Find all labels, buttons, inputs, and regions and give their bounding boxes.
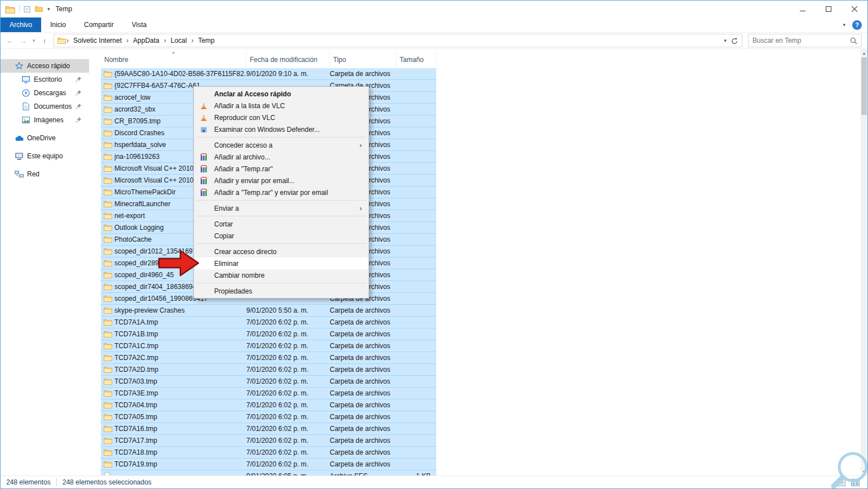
column-header-tipo[interactable]: Tipo <box>330 49 396 68</box>
folder-icon <box>101 189 114 195</box>
scroll-up-button[interactable]: ▲ <box>861 49 867 57</box>
vertical-scrollbar[interactable]: ▲ ▼ <box>861 49 867 475</box>
breadcrumb-item-solvetic-internet[interactable]: Solvetic Internet <box>69 37 126 45</box>
file-row[interactable]: {59AA5C80-1A10-4D02-B586-37F6115F82...9/… <box>101 68 436 80</box>
qat-new-folder-icon[interactable] <box>35 6 43 12</box>
sidebar-item-escritorio[interactable]: Escritorio <box>1 73 89 86</box>
file-row[interactable]: TCD7A17.tmp7/01/2020 6:02 p. m.Carpeta d… <box>101 435 436 447</box>
menu-item-anclar-al-acceso-rapido[interactable]: Anclar al Acceso rápido <box>195 88 367 100</box>
window-controls <box>790 1 867 17</box>
quick-access-toolbar: ▾ <box>24 6 50 13</box>
ribbon-tab-vista[interactable]: Vista <box>123 17 156 32</box>
file-row[interactable]: TCD7A03.tmp7/01/2020 6:02 p. m.Carpeta d… <box>101 376 436 388</box>
titlebar-divider <box>19 5 20 13</box>
sidebar-item-imagenes[interactable]: Imágenes <box>1 113 89 127</box>
file-row[interactable]: TCD7A16.tmp7/01/2020 6:02 p. m.Carpeta d… <box>101 423 436 435</box>
file-row[interactable]: TCD7A2C.tmp7/01/2020 6:02 p. m.Carpeta d… <box>101 352 436 364</box>
explorer-folder-icon <box>5 5 15 14</box>
sidebar-item-este-equipo[interactable]: Este equipo <box>1 149 89 163</box>
menu-item-anadir-y-enviar-por-email[interactable]: Añadir y enviar por email... <box>195 175 367 186</box>
file-row[interactable]: TCD7A18.tmp7/01/2020 6:02 p. m.Carpeta d… <box>101 447 436 459</box>
file-date: 7/01/2020 6:02 p. m. <box>246 318 330 326</box>
menu-item-propiedades[interactable]: Propiedades <box>195 285 367 297</box>
thumbnails-view-button[interactable] <box>849 477 861 487</box>
menu-item-cambiar-nombre[interactable]: Cambiar nombre <box>195 269 367 281</box>
file-row[interactable]: TCD7A19.tmp7/01/2020 6:02 p. m.Carpeta d… <box>101 459 436 470</box>
file-row[interactable]: skype-preview Crashes9/01/2020 5:50 a. m… <box>101 305 436 317</box>
ribbon-tab-inicio[interactable]: Inicio <box>41 17 75 32</box>
menu-item-label: Enviar a <box>214 205 239 212</box>
folder-icon <box>101 260 114 266</box>
file-row[interactable]: TCD7A1B.tmp7/01/2020 6:02 p. m.Carpeta d… <box>101 328 436 340</box>
folder-icon <box>101 106 114 113</box>
menu-item-crear-acceso-directo[interactable]: Crear acceso directo <box>195 246 367 257</box>
details-view-button[interactable] <box>835 477 847 487</box>
breadcrumb-item-temp[interactable]: Temp <box>194 37 218 45</box>
menu-item-reproducir-con-vlc[interactable]: Reproducir con VLC <box>195 112 367 123</box>
menu-item-anadir-a-temp-rar-y-enviar-por-email[interactable]: Añadir a "Temp.rar" y enviar por email <box>195 186 367 198</box>
menu-item-anadir-a-la-lista-de-vlc[interactable]: Añadir a la lista de VLC <box>195 100 367 112</box>
column-header-nombre[interactable]: ▴Nombre <box>101 49 246 68</box>
folder-icon <box>101 461 114 468</box>
help-button[interactable]: ? <box>852 20 862 30</box>
customize-toolbar-chevron-icon[interactable]: ▾ <box>47 6 50 12</box>
folder-icon <box>101 378 114 385</box>
ribbon-tab-compartir[interactable]: Compartir <box>75 17 123 32</box>
breadcrumb-item-appdata[interactable]: AppData <box>129 37 163 45</box>
file-row[interactable]: TCD7A1C.tmp7/01/2020 6:02 p. m.Carpeta d… <box>101 340 436 352</box>
scroll-thumb[interactable] <box>861 57 867 115</box>
up-button[interactable]: ↑ <box>38 34 51 47</box>
file-row[interactable]: TCD7A3E.tmp7/01/2020 6:02 p. m.Carpeta d… <box>101 388 436 399</box>
menu-item-cortar[interactable]: Cortar <box>195 218 367 230</box>
menu-item-conceder-acceso-a[interactable]: Conceder acceso a› <box>195 139 367 151</box>
refresh-button[interactable] <box>731 37 738 45</box>
menu-item-label: Añadir a la lista de VLC <box>214 102 285 110</box>
file-row[interactable]: TCD7A04.tmp7/01/2020 6:02 p. m.Carpeta d… <box>101 399 436 411</box>
expand-ribbon-chevron-icon[interactable]: ▾ <box>843 22 845 28</box>
file-row[interactable]: 9/01/2020 6:05 p. m.Archivo SES1 KB <box>101 470 436 475</box>
menu-item-label: Añadir a "Temp.rar" y enviar por email <box>214 189 328 197</box>
menu-item-anadir-al-archivo[interactable]: Añadir al archivo... <box>195 151 367 163</box>
folder-icon <box>101 82 114 89</box>
menu-item-copiar[interactable]: Copiar <box>195 230 367 242</box>
pin-icon <box>73 76 83 82</box>
breadcrumb-item-local[interactable]: Local <box>167 37 191 45</box>
pin-icon <box>73 103 83 109</box>
sidebar-item-descargas[interactable]: Descargas <box>1 86 89 100</box>
column-header-fecha-de-modificacion[interactable]: Fecha de modificación <box>246 49 330 68</box>
sidebar-item-onedrive[interactable]: OneDrive <box>1 131 89 145</box>
ribbon-tab-archivo[interactable]: Archivo <box>1 17 41 32</box>
menu-item-anadir-a-temp-rar[interactable]: Añadir a "Temp.rar" <box>195 163 367 175</box>
sidebar-item-documentos[interactable]: Documentos <box>1 100 89 113</box>
file-name: TCD7A03.tmp <box>114 377 246 385</box>
file-name: {59AA5C80-1A10-4D02-B586-37F6115F82... <box>114 70 246 78</box>
menu-item-eliminar[interactable]: Eliminar <box>195 257 367 269</box>
address-box-controls: ▾ <box>724 37 738 45</box>
file-row[interactable]: TCD7A1A.tmp7/01/2020 6:02 p. m.Carpeta d… <box>101 317 436 328</box>
qat-properties-icon[interactable] <box>24 6 30 13</box>
folder-icon <box>101 425 114 432</box>
minimize-button[interactable] <box>790 1 816 17</box>
search-input[interactable] <box>752 37 850 45</box>
file-row[interactable]: TCD7A2D.tmp7/01/2020 6:02 p. m.Carpeta d… <box>101 364 436 376</box>
column-header-tamano[interactable]: Tamaño <box>396 49 436 68</box>
sidebar-item-acceso-rapido[interactable]: Acceso rápido <box>1 59 89 73</box>
menu-item-enviar-a[interactable]: Enviar a› <box>195 202 367 214</box>
forward-button[interactable]: → <box>16 34 30 47</box>
menu-item-examinar-con-windows-defender[interactable]: Examinar con Windows Defender... <box>195 123 367 135</box>
scroll-down-button[interactable]: ▼ <box>861 468 867 475</box>
folder-icon <box>101 94 114 101</box>
maximize-button[interactable] <box>816 1 842 17</box>
file-row[interactable]: TCD7A05.tmp7/01/2020 6:02 p. m.Carpeta d… <box>101 411 436 423</box>
sidebar-item-label: Descargas <box>34 89 66 97</box>
close-button[interactable] <box>842 1 867 17</box>
folder-icon <box>101 165 114 172</box>
winrar-icon <box>200 177 207 185</box>
window-title: Temp <box>56 5 72 13</box>
history-dropdown-chevron-icon[interactable]: ▾ <box>30 34 38 47</box>
address-dropdown-chevron-icon[interactable]: ▾ <box>724 38 727 43</box>
address-box[interactable]: ›Solvetic Internet›AppData›Local›Temp ▾ <box>54 34 742 47</box>
file-date: 7/01/2020 6:02 p. m. <box>246 401 330 409</box>
back-button[interactable]: ← <box>3 34 16 47</box>
sidebar-item-red[interactable]: Red <box>1 167 89 181</box>
